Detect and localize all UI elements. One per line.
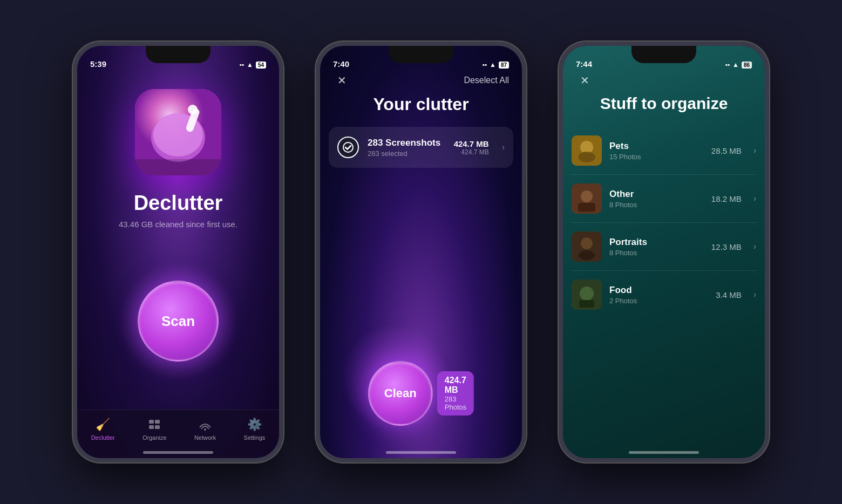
clean-button-area: Clean 424.7 MB 283 Photos (368, 361, 474, 426)
signal-icon-2: ▪▪ (482, 61, 487, 69)
clutter-selected: 283 selected (368, 149, 445, 158)
org-item-food[interactable]: Food 2 Photos 3.4 MB › (572, 271, 756, 318)
status-icons-2: ▪▪ ▲ 87 (482, 61, 509, 69)
chevron-portraits: › (753, 242, 756, 251)
svg-point-15 (581, 190, 593, 202)
battery-1: 54 (256, 62, 266, 69)
phone-1: 5:39 ▪▪ ▲ 54 (73, 42, 283, 462)
app-title: Declutter (77, 192, 279, 215)
status-icons-1: ▪▪ ▲ 54 (239, 61, 266, 69)
org-info-pets: Pets 15 Photos (609, 141, 704, 161)
clutter-title: Your clutter (320, 94, 522, 114)
svg-point-10 (343, 142, 353, 152)
phone-2-screen: 7:40 ▪▪ ▲ 87 ✕ Deselect All Your clutter… (320, 46, 522, 458)
top-bar-2: ✕ Deselect All (320, 72, 522, 89)
org-sub-portraits: 8 Photos (609, 249, 704, 257)
org-size-pets: 28.5 MB (711, 146, 742, 155)
close-button-2[interactable]: ✕ (333, 72, 350, 89)
declutter-nav-icon: 🧹 (96, 417, 111, 432)
app-icon-area (135, 89, 221, 175)
clutter-name: 283 Screenshots (368, 138, 445, 148)
phone-3-screen: 7:44 ▪▪ ▲ 86 ✕ Stuff to organize (563, 46, 765, 458)
org-size-food: 3.4 MB (716, 290, 742, 299)
wifi-icon: ▲ (247, 61, 253, 69)
top-bar-3: ✕ (563, 72, 765, 89)
status-time-2: 7:40 (333, 59, 349, 69)
status-bar-1: 5:39 ▪▪ ▲ 54 (77, 46, 279, 72)
org-info-other: Other 8 Photos (609, 189, 704, 209)
org-info-food: Food 2 Photos (609, 285, 708, 305)
svg-point-19 (579, 250, 595, 260)
scan-button[interactable]: Scan (138, 281, 219, 362)
signal-icon-3: ▪▪ (725, 61, 730, 69)
battery-3: 86 (742, 62, 752, 69)
chevron-other: › (753, 194, 756, 203)
org-sub-food: 2 Photos (609, 297, 708, 305)
status-bar-2: 7:40 ▪▪ ▲ 87 (320, 46, 522, 72)
deselect-button[interactable]: Deselect All (464, 76, 509, 85)
org-size-other: 18.2 MB (711, 194, 742, 203)
org-thumb-pets (572, 135, 602, 166)
svg-point-9 (204, 428, 206, 431)
svg-rect-22 (579, 300, 594, 308)
svg-point-13 (578, 152, 595, 162)
clutter-info: 283 Screenshots 283 selected (368, 138, 445, 158)
org-name-pets: Pets (609, 141, 704, 152)
svg-rect-5 (149, 420, 154, 424)
nav-item-network[interactable]: Network (194, 417, 216, 441)
svg-rect-6 (155, 420, 160, 424)
svg-point-4 (188, 105, 198, 114)
nav-label-declutter: Declutter (91, 434, 115, 441)
org-name-portraits: Portraits (609, 237, 704, 248)
chevron-right-icon: › (502, 142, 505, 152)
org-thumb-food (572, 280, 602, 310)
clutter-checkbox[interactable] (337, 137, 359, 158)
wifi-icon-2: ▲ (490, 61, 496, 69)
org-item-other[interactable]: Other 8 Photos 18.2 MB › (572, 175, 756, 223)
org-name-food: Food (609, 285, 708, 296)
signal-icon: ▪▪ (239, 61, 244, 69)
close-button-3[interactable]: ✕ (576, 72, 593, 89)
network-nav-icon (198, 417, 213, 432)
nav-item-settings[interactable]: ⚙️ Settings (244, 417, 266, 441)
clean-button[interactable]: Clean (368, 361, 433, 426)
organize-list: Pets 15 Photos 28.5 MB › Other 8 Photos (563, 127, 765, 318)
organize-title: Stuff to organize (563, 94, 765, 113)
org-sub-pets: 15 Photos (609, 153, 704, 161)
status-time-1: 5:39 (90, 59, 106, 69)
status-bar-3: 7:44 ▪▪ ▲ 86 (563, 46, 765, 72)
clutter-size-main: 424.7 MB (454, 139, 489, 148)
svg-rect-8 (155, 425, 160, 429)
wifi-icon-3: ▲ (732, 61, 739, 69)
clutter-size: 424.7 MB 424.7 MB (454, 139, 489, 156)
app-icon (135, 89, 221, 175)
org-item-portraits[interactable]: Portraits 8 Photos 12.3 MB › (572, 223, 756, 271)
nav-item-organize[interactable]: Organize (142, 417, 167, 441)
organize-nav-icon (147, 417, 162, 432)
org-name-other: Other (609, 189, 704, 200)
org-thumb-other (572, 183, 602, 214)
status-icons-3: ▪▪ ▲ 86 (725, 61, 752, 69)
status-time-3: 7:44 (576, 59, 592, 69)
app-subtitle: 43.46 GB cleaned since first use. (77, 220, 279, 229)
phone-3: 7:44 ▪▪ ▲ 86 ✕ Stuff to organize (559, 42, 769, 462)
clean-info-count: 283 Photos (445, 395, 466, 411)
home-indicator-1 (143, 451, 213, 454)
phone-1-screen: 5:39 ▪▪ ▲ 54 (77, 46, 279, 458)
org-item-pets[interactable]: Pets 15 Photos 28.5 MB › (572, 127, 756, 175)
svg-point-21 (580, 287, 594, 301)
nav-label-settings: Settings (244, 434, 266, 441)
nav-item-declutter[interactable]: 🧹 Declutter (91, 417, 115, 441)
home-indicator-3 (629, 451, 699, 454)
clean-info-badge: 424.7 MB 283 Photos (437, 371, 474, 416)
org-sub-other: 8 Photos (609, 201, 704, 209)
clean-info-size: 424.7 MB (445, 376, 466, 395)
org-size-portraits: 12.3 MB (711, 242, 742, 251)
home-indicator-2 (386, 451, 456, 454)
svg-point-18 (581, 237, 593, 249)
battery-2: 87 (499, 62, 509, 69)
scan-button-area: Scan (135, 278, 221, 364)
clutter-item[interactable]: 283 Screenshots 283 selected 424.7 MB 42… (329, 127, 513, 168)
settings-nav-icon: ⚙️ (247, 417, 262, 432)
chevron-pets: › (753, 146, 756, 155)
